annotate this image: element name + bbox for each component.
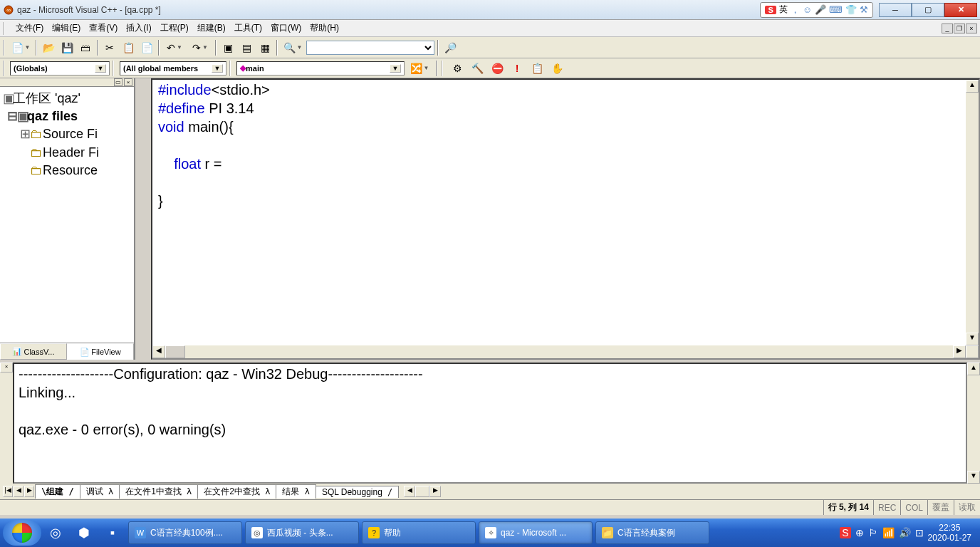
pinned-nox-icon[interactable]: ⬢: [70, 521, 98, 544]
execute-button[interactable]: !: [509, 60, 526, 77]
output-text[interactable]: --------------------Configuration: qaz -…: [13, 363, 967, 484]
editor-vscrollbar[interactable]: ▲ ▼: [966, 80, 979, 345]
tab-fileview[interactable]: 📄FileView: [67, 343, 134, 360]
menu-file[interactable]: 文件(F): [11, 21, 48, 36]
scroll-up-button[interactable]: ▲: [967, 363, 980, 375]
menu-window[interactable]: 窗口(W): [266, 21, 306, 36]
output-tab-find2[interactable]: 在文件2中查找 λ: [197, 484, 276, 499]
toolbar-grip[interactable]: [3, 40, 7, 56]
task-item[interactable]: ?帮助: [362, 521, 476, 544]
members-combo[interactable]: (All global members▼: [120, 61, 226, 75]
task-item[interactable]: WC语言经典100例....: [128, 521, 242, 544]
toolbar-grip[interactable]: [442, 61, 446, 76]
tree-project[interactable]: ⊟▣qaz files: [3, 108, 131, 125]
scroll-left-button[interactable]: ◀: [404, 486, 415, 497]
menu-insert[interactable]: 插入(I): [122, 21, 155, 36]
redo-button[interactable]: ↷▼: [188, 39, 212, 56]
start-button[interactable]: [3, 520, 41, 546]
toolbar-grip[interactable]: [3, 22, 9, 35]
tab-classview[interactable]: 📊ClassV...: [0, 343, 67, 360]
editor-hscrollbar[interactable]: ◀ ▶: [152, 345, 979, 358]
workspace-tree[interactable]: ▣工作区 'qaz' ⊟▣qaz files ⊞🗀Source Fi 🗀Head…: [0, 87, 134, 343]
cut-button[interactable]: ✂: [101, 39, 118, 56]
mdi-restore-button[interactable]: ❐: [954, 24, 965, 33]
scope-combo[interactable]: (Globals)▼: [10, 61, 110, 75]
menu-tools[interactable]: 工具(T): [230, 21, 266, 36]
menu-view[interactable]: 查看(V): [85, 21, 122, 36]
output-tab-sql[interactable]: SQL Debugging /: [316, 486, 399, 498]
scroll-down-button[interactable]: ▼: [967, 471, 980, 484]
goto-button[interactable]: 🔀▼: [407, 60, 432, 77]
scroll-thumb[interactable]: [415, 486, 429, 497]
find-in-files-button[interactable]: 🔍▼: [281, 39, 305, 56]
tree-source-folder[interactable]: ⊞🗀Source Fi: [3, 125, 131, 143]
menu-edit[interactable]: 编辑(E): [48, 21, 85, 36]
panel-close-icon[interactable]: ×: [0, 363, 13, 373]
output-tab-results[interactable]: 结果 λ: [276, 484, 316, 499]
breakpoint-button[interactable]: ✋: [548, 60, 565, 77]
new-button[interactable]: 📄▼: [9, 39, 33, 56]
mdi-close-button[interactable]: ×: [966, 24, 977, 33]
output-tab-build[interactable]: \组建 /: [35, 484, 80, 499]
mdi-minimize-button[interactable]: _: [942, 24, 953, 33]
scroll-right-button[interactable]: ▶: [429, 486, 441, 497]
toolbar-grip[interactable]: [113, 61, 117, 76]
tab-first-button[interactable]: |◀: [3, 486, 13, 497]
toolbar-grip[interactable]: [3, 61, 7, 76]
code-editor[interactable]: #include<stdio.h> #define PI 3.14 void m…: [152, 80, 966, 345]
menu-build[interactable]: 组建(B): [193, 21, 230, 36]
tray-network-icon[interactable]: 📶: [882, 527, 895, 538]
taskbar-clock[interactable]: 22:35 2020-01-27: [928, 523, 971, 543]
close-button[interactable]: ✕: [944, 3, 977, 17]
toolbar-grip[interactable]: [229, 61, 234, 76]
build-button[interactable]: 🔨: [469, 60, 486, 77]
open-button[interactable]: 📂: [40, 39, 57, 56]
scroll-left-button[interactable]: ◀: [152, 345, 165, 358]
find-combo[interactable]: [306, 41, 434, 55]
function-combo[interactable]: ◆ main▼: [236, 61, 405, 75]
scroll-up-button[interactable]: ▲: [966, 80, 979, 93]
tray-flag-icon[interactable]: 🏳: [868, 527, 878, 538]
workspace-icon[interactable]: ▣: [219, 39, 236, 56]
tray-volume-icon[interactable]: 🔊: [899, 527, 911, 538]
task-item[interactable]: ◎西瓜视频 - 头条...: [245, 521, 359, 544]
compile-button[interactable]: ⚙: [449, 60, 466, 77]
panel-pin-icon[interactable]: ▭: [114, 78, 123, 86]
tree-workspace-root[interactable]: ▣工作区 'qaz': [3, 90, 131, 108]
menu-project[interactable]: 工程(P): [156, 21, 193, 36]
find-button[interactable]: 🔎: [442, 39, 459, 56]
pinned-terminal-icon[interactable]: ▪: [98, 521, 127, 544]
stop-build-button[interactable]: ⛔: [489, 60, 506, 77]
paste-button[interactable]: 📄: [138, 39, 155, 56]
scroll-down-button[interactable]: ▼: [966, 333, 979, 345]
scroll-thumb[interactable]: [165, 345, 185, 358]
output-tab-debug[interactable]: 调试 λ: [80, 484, 120, 499]
output-tab-find1[interactable]: 在文件1中查找 λ: [119, 484, 198, 499]
svg-text:∞: ∞: [6, 7, 11, 14]
output-icon[interactable]: ▤: [238, 39, 255, 56]
tray-icon[interactable]: ⊡: [915, 527, 924, 538]
task-item[interactable]: 📁C语言经典案例: [595, 521, 709, 544]
tab-prev-button[interactable]: ◀: [14, 486, 24, 497]
undo-button[interactable]: ↶▼: [162, 39, 187, 56]
minimize-button[interactable]: ─: [879, 3, 912, 17]
panel-close-icon[interactable]: ×: [124, 78, 132, 86]
tray-sogou-icon[interactable]: S: [840, 527, 850, 538]
maximize-button[interactable]: ▢: [912, 3, 944, 17]
save-button[interactable]: 💾: [58, 39, 75, 56]
ime-bar[interactable]: S 英 ， ☺ 🎤 ⌨ 👕 ⚒: [760, 2, 873, 18]
splitter[interactable]: [135, 78, 151, 360]
save-all-button[interactable]: 🗃: [77, 39, 94, 56]
tray-icon[interactable]: ⊕: [855, 527, 864, 538]
task-item[interactable]: ✧qaz - Microsoft ...: [479, 521, 593, 544]
tab-next-button[interactable]: ▶: [24, 486, 34, 497]
output-vscrollbar[interactable]: ▲ ▼: [967, 363, 980, 484]
menu-help[interactable]: 帮助(H): [306, 21, 343, 36]
pinned-chrome-icon[interactable]: ◎: [41, 521, 70, 544]
copy-button[interactable]: 📋: [120, 39, 137, 56]
scroll-right-button[interactable]: ▶: [953, 345, 966, 358]
tree-header-folder[interactable]: 🗀Header Fi: [3, 144, 131, 162]
tree-resource-folder[interactable]: 🗀Resource: [3, 162, 131, 179]
window-list-icon[interactable]: ▦: [256, 39, 273, 56]
go-button[interactable]: 📋: [528, 60, 546, 77]
